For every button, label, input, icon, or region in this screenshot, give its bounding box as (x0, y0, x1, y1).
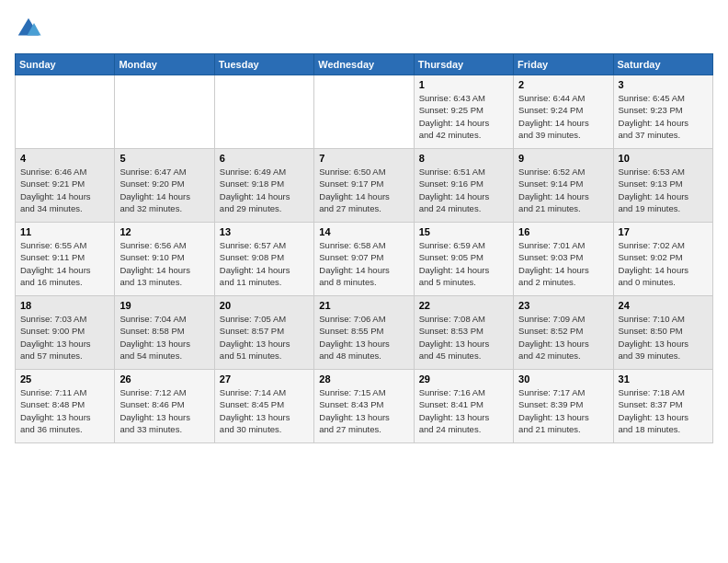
calendar-cell: 28Sunrise: 7:15 AMSunset: 8:43 PMDayligh… (314, 370, 414, 443)
day-info: Sunrise: 7:04 AMSunset: 8:58 PMDaylight:… (119, 313, 209, 362)
day-number: 18 (20, 300, 109, 311)
calendar-cell: 26Sunrise: 7:12 AMSunset: 8:46 PMDayligh… (115, 370, 214, 443)
day-number: 17 (619, 226, 708, 237)
calendar-cell: 6Sunrise: 6:49 AMSunset: 9:18 PMDaylight… (214, 149, 313, 223)
calendar-cell (115, 75, 214, 149)
day-info: Sunrise: 7:16 AMSunset: 8:41 PMDaylight:… (419, 386, 508, 435)
day-info: Sunrise: 6:55 AMSunset: 9:11 PMDaylight:… (20, 239, 109, 288)
day-info: Sunrise: 7:17 AMSunset: 8:39 PMDaylight:… (518, 386, 608, 435)
day-number: 16 (518, 226, 608, 237)
calendar-week-4: 18Sunrise: 7:03 AMSunset: 9:00 PMDayligh… (16, 296, 713, 370)
day-info: Sunrise: 6:45 AMSunset: 9:23 PMDaylight:… (619, 92, 708, 141)
day-info: Sunrise: 6:52 AMSunset: 9:14 PMDaylight:… (518, 166, 608, 214)
calendar-cell: 1Sunrise: 6:43 AMSunset: 9:25 PMDaylight… (414, 75, 513, 149)
day-info: Sunrise: 7:06 AMSunset: 8:55 PMDaylight:… (319, 313, 408, 362)
calendar-cell: 18Sunrise: 7:03 AMSunset: 9:00 PMDayligh… (16, 296, 115, 370)
calendar-cell: 23Sunrise: 7:09 AMSunset: 8:52 PMDayligh… (514, 296, 613, 370)
calendar-cell: 3Sunrise: 6:45 AMSunset: 9:23 PMDaylight… (613, 75, 712, 149)
day-info: Sunrise: 6:43 AMSunset: 9:25 PMDaylight:… (419, 92, 508, 141)
calendar-cell: 22Sunrise: 7:08 AMSunset: 8:53 PMDayligh… (414, 296, 513, 370)
day-number: 5 (119, 153, 209, 164)
calendar-week-2: 4Sunrise: 6:46 AMSunset: 9:21 PMDaylight… (16, 149, 713, 223)
day-info: Sunrise: 7:03 AMSunset: 9:00 PMDaylight:… (20, 313, 109, 362)
header-row: Sunday Monday Tuesday Wednesday Thursday… (16, 54, 713, 75)
day-number: 2 (518, 79, 608, 90)
calendar-week-1: 1Sunrise: 6:43 AMSunset: 9:25 PMDaylight… (16, 75, 713, 149)
day-info: Sunrise: 6:50 AMSunset: 9:17 PMDaylight:… (319, 166, 408, 214)
calendar-cell: 25Sunrise: 7:11 AMSunset: 8:48 PMDayligh… (16, 370, 115, 443)
calendar-header: Sunday Monday Tuesday Wednesday Thursday… (16, 54, 713, 75)
calendar-cell: 21Sunrise: 7:06 AMSunset: 8:55 PMDayligh… (314, 296, 414, 370)
day-number: 21 (319, 300, 408, 311)
day-number: 4 (20, 153, 109, 164)
calendar-week-5: 25Sunrise: 7:11 AMSunset: 8:48 PMDayligh… (16, 370, 713, 443)
calendar-cell (314, 75, 414, 149)
day-number: 11 (20, 226, 109, 237)
day-info: Sunrise: 6:59 AMSunset: 9:05 PMDaylight:… (419, 239, 508, 288)
calendar-cell: 30Sunrise: 7:17 AMSunset: 8:39 PMDayligh… (514, 370, 613, 443)
day-info: Sunrise: 7:08 AMSunset: 8:53 PMDaylight:… (419, 313, 508, 362)
calendar-cell: 15Sunrise: 6:59 AMSunset: 9:05 PMDayligh… (414, 223, 513, 296)
day-info: Sunrise: 6:49 AMSunset: 9:18 PMDaylight:… (220, 166, 309, 214)
calendar-cell (214, 75, 313, 149)
calendar-cell: 16Sunrise: 7:01 AMSunset: 9:03 PMDayligh… (514, 223, 613, 296)
day-info: Sunrise: 7:09 AMSunset: 8:52 PMDaylight:… (518, 313, 608, 362)
calendar-cell: 10Sunrise: 6:53 AMSunset: 9:13 PMDayligh… (613, 149, 712, 223)
day-number: 25 (20, 373, 109, 385)
day-info: Sunrise: 7:18 AMSunset: 8:37 PMDaylight:… (619, 386, 708, 435)
day-number: 28 (319, 373, 408, 385)
calendar-body: 1Sunrise: 6:43 AMSunset: 9:25 PMDaylight… (16, 75, 713, 443)
day-number: 12 (119, 226, 209, 237)
day-info: Sunrise: 7:14 AMSunset: 8:45 PMDaylight:… (220, 386, 309, 435)
col-thursday: Thursday (414, 54, 513, 75)
calendar-cell: 2Sunrise: 6:44 AMSunset: 9:24 PMDaylight… (514, 75, 613, 149)
day-number: 13 (220, 226, 309, 237)
day-number: 3 (619, 79, 708, 90)
day-number: 7 (319, 153, 408, 164)
calendar-cell: 14Sunrise: 6:58 AMSunset: 9:07 PMDayligh… (314, 223, 414, 296)
calendar-table: Sunday Monday Tuesday Wednesday Thursday… (15, 53, 713, 443)
logo-icon (15, 15, 42, 42)
calendar-cell: 29Sunrise: 7:16 AMSunset: 8:41 PMDayligh… (414, 370, 513, 443)
day-number: 1 (419, 79, 508, 90)
day-info: Sunrise: 7:11 AMSunset: 8:48 PMDaylight:… (20, 386, 109, 435)
day-info: Sunrise: 6:46 AMSunset: 9:21 PMDaylight:… (20, 166, 109, 214)
col-tuesday: Tuesday (214, 54, 313, 75)
col-wednesday: Wednesday (314, 54, 414, 75)
col-sunday: Sunday (16, 54, 115, 75)
day-info: Sunrise: 6:57 AMSunset: 9:08 PMDaylight:… (220, 239, 309, 288)
calendar-cell: 11Sunrise: 6:55 AMSunset: 9:11 PMDayligh… (16, 223, 115, 296)
day-number: 20 (220, 300, 309, 311)
day-number: 6 (220, 153, 309, 164)
col-saturday: Saturday (613, 54, 712, 75)
day-info: Sunrise: 6:47 AMSunset: 9:20 PMDaylight:… (119, 166, 209, 214)
calendar-cell: 5Sunrise: 6:47 AMSunset: 9:20 PMDaylight… (115, 149, 214, 223)
col-friday: Friday (514, 54, 613, 75)
calendar-cell: 9Sunrise: 6:52 AMSunset: 9:14 PMDaylight… (514, 149, 613, 223)
calendar-cell: 27Sunrise: 7:14 AMSunset: 8:45 PMDayligh… (214, 370, 313, 443)
day-number: 30 (518, 373, 608, 385)
calendar-cell: 17Sunrise: 7:02 AMSunset: 9:02 PMDayligh… (613, 223, 712, 296)
page-header (15, 15, 713, 42)
calendar-cell: 7Sunrise: 6:50 AMSunset: 9:17 PMDaylight… (314, 149, 414, 223)
day-number: 15 (419, 226, 508, 237)
day-number: 19 (119, 300, 209, 311)
day-info: Sunrise: 6:58 AMSunset: 9:07 PMDaylight:… (319, 239, 408, 288)
day-info: Sunrise: 6:51 AMSunset: 9:16 PMDaylight:… (419, 166, 508, 214)
calendar-cell: 8Sunrise: 6:51 AMSunset: 9:16 PMDaylight… (414, 149, 513, 223)
day-number: 14 (319, 226, 408, 237)
calendar-cell: 4Sunrise: 6:46 AMSunset: 9:21 PMDaylight… (16, 149, 115, 223)
day-info: Sunrise: 7:15 AMSunset: 8:43 PMDaylight:… (319, 386, 408, 435)
day-info: Sunrise: 7:02 AMSunset: 9:02 PMDaylight:… (619, 239, 708, 288)
calendar-week-3: 11Sunrise: 6:55 AMSunset: 9:11 PMDayligh… (16, 223, 713, 296)
day-number: 27 (220, 373, 309, 385)
day-number: 26 (119, 373, 209, 385)
day-info: Sunrise: 7:10 AMSunset: 8:50 PMDaylight:… (619, 313, 708, 362)
day-number: 10 (619, 153, 708, 164)
calendar-cell: 13Sunrise: 6:57 AMSunset: 9:08 PMDayligh… (214, 223, 313, 296)
day-info: Sunrise: 6:53 AMSunset: 9:13 PMDaylight:… (619, 166, 708, 214)
day-info: Sunrise: 6:44 AMSunset: 9:24 PMDaylight:… (518, 92, 608, 141)
calendar-cell: 31Sunrise: 7:18 AMSunset: 8:37 PMDayligh… (613, 370, 712, 443)
day-number: 31 (619, 373, 708, 385)
day-number: 24 (619, 300, 708, 311)
